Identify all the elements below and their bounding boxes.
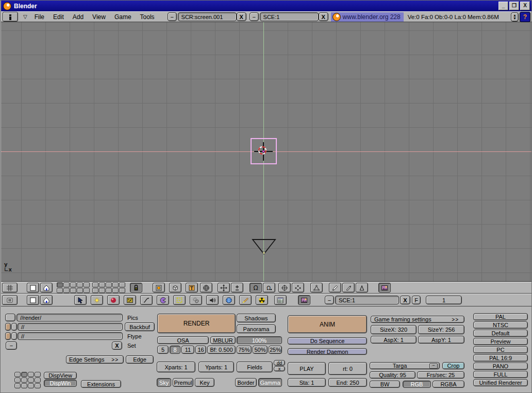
sphere-grid-icon-button[interactable] — [200, 283, 212, 293]
yparts-field[interactable]: Yparts: 1 — [198, 362, 234, 372]
lamp-icon-button[interactable] — [91, 295, 103, 305]
layer-button-10[interactable] — [119, 282, 125, 287]
buttons-scene-close-button[interactable]: X — [400, 296, 410, 304]
dispview-button[interactable]: DispView — [44, 372, 77, 379]
buttons-window-type-icon-button[interactable] — [2, 295, 18, 305]
layer-button-20[interactable] — [119, 288, 125, 293]
size-75-button[interactable]: 75% — [237, 346, 252, 354]
layer-button-5[interactable] — [84, 282, 90, 287]
view-cursor-icon-button[interactable] — [74, 295, 87, 305]
quality-field[interactable]: Quality: 95 — [370, 371, 415, 379]
ipo-curve-icon-button[interactable] — [140, 295, 153, 305]
sizex-field[interactable]: SizeX: 320 — [371, 325, 417, 334]
script-grid-icon-button[interactable] — [274, 295, 287, 305]
backbuf-tan-button[interactable] — [5, 323, 11, 331]
home-icon-button[interactable] — [40, 295, 53, 305]
layer-button-11[interactable] — [57, 288, 63, 293]
layer-button-4[interactable] — [77, 282, 83, 287]
aspy-field[interactable]: AspY: 1 — [418, 336, 464, 344]
anim-button[interactable]: ANIM — [288, 315, 367, 333]
center-crosshair-icon-button[interactable] — [278, 283, 291, 293]
menu-collapse-icon[interactable]: ▽ — [23, 14, 27, 20]
screen-collapse-button[interactable]: − — [168, 12, 177, 21]
premul-button[interactable]: Premul — [173, 378, 193, 387]
menu-edit[interactable]: Edit — [53, 13, 64, 21]
layer-button-7[interactable] — [99, 282, 105, 287]
buttons-scene-collapse-button[interactable]: − — [325, 296, 334, 304]
pics-file-button[interactable] — [5, 314, 15, 321]
game-framing-button[interactable]: Game framing settings >> — [371, 316, 464, 323]
dispwin-position-button-5[interactable] — [14, 378, 21, 383]
sound-speaker-icon-button[interactable] — [206, 295, 219, 305]
backbuf-path-field[interactable]: // — [18, 323, 123, 331]
sizey-field[interactable]: SizeY: 256 — [418, 325, 464, 334]
screen-name-field[interactable]: SCR:screen.001 — [178, 12, 237, 21]
edge-toggle-button[interactable]: Edge — [126, 355, 154, 364]
proportional-triangle-icon-button[interactable] — [310, 283, 323, 293]
backbuf-file-button[interactable] — [11, 323, 17, 331]
dispwin-position-button-8[interactable] — [35, 378, 41, 383]
layer-button-3[interactable] — [70, 282, 76, 287]
dispwin-position-button-11[interactable] — [28, 383, 34, 388]
help-button[interactable]: ? — [520, 12, 530, 22]
viewport-type-icon-button[interactable] — [2, 283, 18, 293]
dispwin-position-button-9[interactable] — [14, 383, 21, 388]
preset-ntsc-button[interactable]: NTSC — [473, 321, 528, 329]
dispwin-position-button-12[interactable] — [35, 383, 41, 388]
layer-button-12[interactable] — [63, 288, 70, 293]
mblur-button[interactable]: MBLUR — [210, 336, 236, 344]
scene-name-field[interactable]: SCE:1 — [260, 12, 319, 21]
dispwin-position-button-1[interactable] — [14, 372, 21, 377]
play-button[interactable]: PLAY — [288, 362, 326, 375]
preset-preview-button[interactable]: Preview — [473, 338, 528, 345]
set-collapse-button[interactable]: − — [6, 341, 17, 350]
layer-button-19[interactable] — [112, 288, 119, 293]
texture-space-icon-button[interactable] — [153, 283, 165, 293]
dispwin-position-button-10[interactable] — [21, 383, 27, 388]
osa-button[interactable]: OSA — [157, 336, 209, 344]
osa-5-button[interactable]: 5 — [157, 346, 169, 354]
osa-11-button[interactable]: 11 — [181, 346, 194, 354]
layer-button-6[interactable] — [92, 282, 98, 287]
preset-default-button[interactable]: Default — [473, 330, 528, 337]
render-preview-image-icon-button[interactable] — [378, 283, 391, 293]
render-buttons-image-icon-button[interactable] — [298, 295, 310, 305]
bw-button[interactable]: BW — [370, 381, 400, 388]
layer-button-13[interactable] — [70, 288, 76, 293]
layer-button-16[interactable] — [92, 288, 98, 293]
layer-button-1[interactable] — [57, 282, 63, 287]
do-sequence-button[interactable]: Do Sequence — [288, 337, 367, 345]
triangle-outline-icon-button[interactable] — [356, 283, 368, 293]
lock-icon-button[interactable] — [130, 283, 142, 293]
dispwin-position-button-4[interactable] — [35, 372, 41, 377]
layer-button-14[interactable] — [77, 288, 83, 293]
radiosity-radiation-icon-button[interactable] — [256, 295, 268, 305]
preset-pal169-button[interactable]: PAL 16:9 — [473, 354, 528, 362]
title-bar[interactable]: Blender _ ❐ X — [1, 1, 532, 11]
ftype-tan-button[interactable] — [5, 332, 11, 340]
rgba-button[interactable]: RGBA — [433, 381, 464, 388]
rt-field[interactable]: rt: 0 — [328, 362, 367, 375]
header-spinner-button[interactable]: ▲ ▼ — [511, 12, 519, 22]
panorama-button[interactable]: Panorama — [237, 324, 276, 333]
fields-dd-button[interactable]: dd — [274, 360, 285, 366]
maximize-button[interactable]: ❐ — [509, 2, 519, 10]
viewport-3d[interactable]: y ∟x — [1, 22, 532, 282]
dispwin-position-button-6[interactable] — [21, 378, 27, 383]
screen-close-button[interactable]: X — [237, 12, 246, 21]
blur-factor-field[interactable]: Bf: 0.500 — [207, 346, 236, 354]
scene-close-button[interactable]: X — [319, 12, 328, 21]
info-window-type-button[interactable] — [3, 12, 18, 22]
osa-8-button[interactable]: 8 — [170, 346, 180, 354]
menu-file[interactable]: File — [35, 13, 44, 21]
filetype-dropdown[interactable]: Targa − — [370, 362, 440, 369]
menu-add[interactable]: Add — [73, 13, 84, 21]
border-button[interactable]: Border — [235, 378, 257, 387]
framerate-field[interactable]: Frs/sec: 25 — [417, 371, 464, 379]
dispwin-position-button-3[interactable] — [28, 372, 34, 377]
minimize-button[interactable]: _ — [498, 2, 508, 10]
snap-diamonds-icon-button[interactable] — [292, 283, 304, 293]
constraint-chain-icon-button[interactable] — [190, 295, 202, 305]
end-frame-field[interactable]: End: 250 — [328, 378, 367, 387]
layer-button-15[interactable] — [84, 288, 90, 293]
